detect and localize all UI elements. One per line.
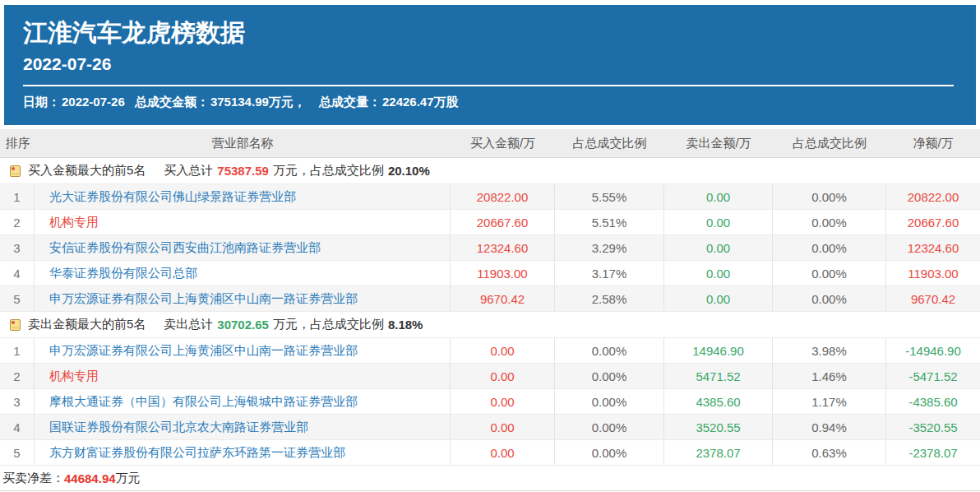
sell-section-title: 卖出金额最大的前5名	[28, 317, 146, 332]
buy-amount-cell: 0.00	[451, 338, 555, 363]
buy-amount-cell: 9670.42	[451, 286, 555, 311]
summary-date-label: 日期：	[23, 95, 60, 109]
data-table: 排序 营业部名称 买入金额/万 占总成交比例 卖出金额/万 占总成交比例 净额/…	[0, 129, 980, 466]
rank-cell: 5	[0, 286, 35, 311]
table-row: 2 机构专用 20667.60 5.51% 0.00 0.00% 20667.6…	[0, 210, 980, 235]
sell-amount-cell: 0.00	[664, 261, 773, 285]
sell-pct-cell: 0.00%	[773, 286, 886, 311]
buy-total-pct: 20.10%	[388, 164, 430, 178]
buy-pct-cell: 0.00%	[555, 338, 664, 363]
sell-rows: 1 申万宏源证券有限公司上海黄浦区中山南一路证券营业部 0.00 0.00% 1…	[0, 338, 980, 466]
col-header-sell: 卖出金额/万	[664, 129, 773, 157]
net-diff-unit: 万元	[116, 471, 141, 486]
report-date: 2022-07-26	[23, 54, 976, 74]
buy-pct-cell: 0.00%	[555, 440, 664, 465]
buy-section-title: 买入金额最大的前5名	[28, 163, 146, 179]
sell-amount-cell: 0.00	[664, 210, 773, 234]
broker-name-link: 机构专用	[35, 364, 451, 388]
table-row: 5 东方财富证券股份有限公司拉萨东环路第一证券营业部 0.00 0.00% 23…	[0, 440, 980, 466]
net-amount-cell: 9670.42	[886, 286, 980, 311]
col-header-name: 营业部名称	[35, 129, 451, 157]
col-header-rank: 排序	[0, 129, 35, 157]
sell-pct-cell: 0.00%	[773, 235, 886, 260]
table-header-row: 排序 营业部名称 买入金额/万 占总成交比例 卖出金额/万 占总成交比例 净额/…	[0, 129, 980, 158]
sell-amount-cell: 3520.55	[664, 415, 773, 439]
sell-total-label: 卖出总计	[164, 317, 213, 332]
sell-amount-cell: 5471.52	[664, 364, 773, 388]
buy-rows: 1 光大证券股份有限公司佛山绿景路证券营业部 20822.00 5.55% 0.…	[0, 184, 980, 312]
broker-name-link[interactable]: 安信证券股份有限公司西安曲江池南路证券营业部	[35, 235, 451, 260]
table-row: 4 国联证券股份有限公司北京农大南路证券营业部 0.00 0.00% 3520.…	[0, 415, 980, 440]
rank-cell: 1	[0, 338, 35, 363]
table-row: 4 华泰证券股份有限公司总部 11903.00 3.17% 0.00 0.00%…	[0, 261, 980, 286]
note-icon	[10, 319, 21, 331]
net-amount-cell: -4385.60	[886, 389, 980, 414]
broker-name-link[interactable]: 申万宏源证券有限公司上海黄浦区中山南一路证券营业部	[35, 286, 451, 311]
table-row: 3 摩根大通证券（中国）有限公司上海银城中路证券营业部 0.00 0.00% 4…	[0, 389, 980, 415]
sell-pct-cell: 0.94%	[773, 415, 886, 439]
rank-cell: 2	[0, 364, 35, 388]
header-divider	[23, 85, 954, 86]
sell-pct-cell: 1.17%	[773, 389, 886, 414]
rank-cell: 3	[0, 235, 35, 260]
summary-bar: 日期：2022-07-26 总成交金额：375134.99万元， 总成交量：22…	[23, 95, 976, 109]
sell-pct-cell: 0.00%	[773, 261, 886, 285]
broker-name-link[interactable]: 国联证券股份有限公司北京农大南路证券营业部	[35, 415, 451, 439]
net-diff-label: 买卖净差：	[2, 471, 64, 486]
col-header-buy: 买入金额/万	[451, 129, 555, 157]
rank-cell: 1	[0, 184, 35, 209]
buy-amount-cell: 11903.00	[451, 261, 555, 285]
sell-total-value: 30702.65	[217, 318, 269, 332]
buy-section-title-row: 买入金额最大的前5名 买入总计 75387.59 万元，占总成交比例 20.10…	[0, 158, 980, 184]
buy-pct-cell: 0.00%	[555, 364, 664, 388]
sell-total-suffix: 万元，占总成交比例	[273, 317, 384, 332]
broker-name-link[interactable]: 东方财富证券股份有限公司拉萨东环路第一证券营业部	[35, 440, 451, 465]
buy-amount-cell: 0.00	[451, 389, 555, 414]
net-amount-cell: -5471.52	[886, 364, 980, 388]
col-header-net: 净额/万	[886, 129, 980, 157]
col-header-sell-pct: 占总成交比例	[773, 129, 886, 157]
table-row: 3 安信证券股份有限公司西安曲江池南路证券营业部 12324.60 3.29% …	[0, 235, 980, 261]
net-amount-cell: 20667.60	[886, 210, 980, 234]
sell-total-pct: 8.18%	[388, 318, 423, 332]
sell-amount-cell: 4385.60	[664, 389, 773, 414]
summary-volume-label: 总成交量：	[319, 95, 381, 109]
buy-amount-cell: 12324.60	[451, 235, 555, 260]
sell-section-title-row: 卖出金额最大的前5名 卖出总计 30702.65 万元，占总成交比例 8.18%	[0, 312, 980, 338]
rank-cell: 2	[0, 210, 35, 234]
buy-pct-cell: 5.55%	[555, 184, 664, 209]
net-diff-value: 44684.94	[64, 471, 116, 485]
buy-pct-cell: 0.00%	[555, 389, 664, 414]
buy-pct-cell: 3.17%	[555, 261, 664, 285]
sell-pct-cell: 0.63%	[773, 440, 886, 465]
table-row: 2 机构专用 0.00 0.00% 5471.52 1.46% -5471.52	[0, 364, 980, 389]
summary-date-value: 2022-07-26	[62, 95, 125, 109]
table-row: 1 光大证券股份有限公司佛山绿景路证券营业部 20822.00 5.55% 0.…	[0, 184, 980, 210]
buy-amount-cell: 0.00	[451, 440, 555, 465]
buy-total-label: 买入总计	[164, 163, 213, 179]
page-title: 江淮汽车龙虎榜数据	[23, 19, 976, 47]
buy-amount-cell: 0.00	[451, 364, 555, 388]
net-amount-cell: -2378.07	[886, 440, 980, 465]
buy-pct-cell: 2.58%	[555, 286, 664, 311]
sell-amount-cell: 0.00	[664, 286, 773, 311]
sell-amount-cell: 0.00	[664, 184, 773, 209]
rank-cell: 4	[0, 261, 35, 285]
broker-name-link[interactable]: 摩根大通证券（中国）有限公司上海银城中路证券营业部	[35, 389, 451, 414]
sell-amount-cell: 2378.07	[664, 440, 773, 465]
summary-volume-value: 22426.47万股	[382, 95, 459, 109]
broker-name-link[interactable]: 光大证券股份有限公司佛山绿景路证券营业部	[35, 184, 451, 209]
sell-pct-cell: 3.98%	[773, 338, 886, 363]
buy-pct-cell: 3.29%	[555, 235, 664, 260]
buy-amount-cell: 0.00	[451, 415, 555, 439]
buy-amount-cell: 20667.60	[451, 210, 555, 234]
broker-name-link[interactable]: 申万宏源证券有限公司上海黄浦区中山南一路证券营业部	[35, 338, 451, 363]
net-amount-cell: 12324.60	[886, 235, 980, 260]
table-row: 1 申万宏源证券有限公司上海黄浦区中山南一路证券营业部 0.00 0.00% 1…	[0, 338, 980, 364]
sell-pct-cell: 0.00%	[773, 184, 886, 209]
broker-name-link[interactable]: 华泰证券股份有限公司总部	[35, 261, 451, 285]
net-amount-cell: 11903.00	[886, 261, 980, 285]
net-amount-cell: -14946.90	[886, 338, 980, 363]
rank-cell: 5	[0, 440, 35, 465]
sell-pct-cell: 0.00%	[773, 210, 886, 234]
